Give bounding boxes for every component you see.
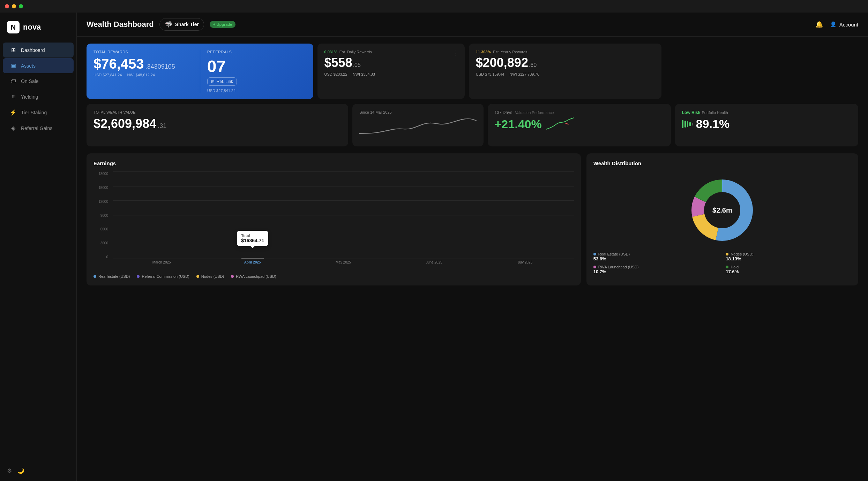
sidebar-item-tier-staking[interactable]: ⚡ Tier Staking: [3, 105, 74, 120]
daily-value-row: $558 .05: [324, 55, 458, 70]
rewards-section: Total Rewards $76,453 .34309105 USD $27,…: [93, 50, 200, 93]
x-label-april: April 2025: [210, 259, 294, 269]
upgrade-button[interactable]: + Upgrade: [210, 21, 235, 28]
performance-row: +21.40%: [495, 117, 664, 131]
dist-pct-re: 53.6%: [593, 256, 719, 261]
dashboard-icon: ⊞: [10, 47, 17, 53]
sidebar-item-on-sale[interactable]: 🏷 On Sale: [3, 74, 74, 89]
yearly-sub: USD $73,159.44 NWI $127,739.76: [476, 72, 654, 76]
dist-dot-rwa: [593, 266, 596, 268]
health-header: Low Risk Portfolio Health: [682, 110, 851, 115]
charts-row: Earnings: [87, 153, 858, 285]
mini-chart-svg: [359, 118, 476, 139]
tier-badge: 🦈 Shark Tier: [159, 18, 204, 31]
legend-label-ref: Referral Commission (USD): [142, 274, 189, 278]
topbar-right: 🔔 👤 Account: [815, 21, 858, 28]
daily-pct-label: Est. Daily Rewards: [339, 50, 372, 54]
sidebar-label-tier-staking: Tier Staking: [21, 110, 47, 115]
tooltip-value: $16864.71: [241, 238, 264, 243]
bar1: [682, 120, 683, 128]
sidebar-label-referral-gains: Referral Gains: [21, 125, 52, 131]
legend-label-re: Real Estate (USD): [98, 274, 130, 278]
dist-pct-hold: 17.6%: [726, 269, 851, 274]
legend-dot-nodes: [196, 275, 199, 278]
logo-icon: N: [7, 21, 20, 33]
maximize-dot[interactable]: [19, 4, 23, 8]
assets-icon: ▣: [10, 62, 17, 69]
yearly-sub-nwi: NWI $127,739.76: [509, 72, 539, 76]
sidebar-nav: ⊞ Dashboard ▣ Assets 🏷 On Sale ≋ Yieldin…: [0, 42, 76, 136]
sidebar-item-dashboard[interactable]: ⊞ Dashboard: [3, 43, 74, 58]
sidebar-label-dashboard: Dashboard: [21, 47, 45, 53]
wealth-label: Total Wealth Value: [93, 110, 341, 114]
sidebar-item-referral-gains[interactable]: ◈ Referral Gains: [3, 121, 74, 136]
wealth-row: Total Wealth Value $2,609,984 .31 Since …: [87, 104, 858, 146]
bar-chart-area: 0 3000 6000 9000 12000 15000 18000: [93, 172, 574, 269]
sidebar-label-on-sale: On Sale: [21, 78, 39, 84]
rewards-decimal: .34309105: [145, 63, 175, 70]
days-label: 137 Days: [495, 110, 512, 115]
legend-dot-rwa: [231, 275, 234, 278]
sidebar-bottom: ⚙ 🌙: [0, 460, 76, 481]
tooltip: Total $16864.71: [237, 231, 268, 246]
daily-pct: 0.031%: [324, 50, 337, 54]
referral-gains-icon: ◈: [10, 125, 17, 131]
earnings-title: Earnings: [93, 160, 574, 166]
account-button[interactable]: 👤 Account: [830, 21, 858, 28]
performance-value: +21.40%: [495, 117, 542, 131]
yearly-value-row: $200,892 .60: [476, 55, 654, 70]
tier-label: Shark Tier: [175, 22, 199, 27]
referrals-sub-usd: USD $27,841.24: [207, 89, 235, 93]
y-label-6000: 6000: [93, 227, 111, 231]
donut-area: $2.6m Real Estate (USD) 53.6%: [593, 172, 851, 278]
yearly-value: $200,892: [476, 55, 528, 70]
rewards-sub: USD $27,841.24 NWI $48,612.24: [93, 73, 200, 77]
distribution-title: Wealth Distribution: [593, 160, 851, 166]
sidebar: N nova ⊞ Dashboard ▣ Assets 🏷 On Sale ≋ …: [0, 13, 77, 481]
total-rewards-card: Total Rewards $76,453 .34309105 USD $27,…: [87, 44, 313, 99]
portfolio-health-label: Portfolio Health: [702, 110, 728, 115]
shark-icon: 🦈: [165, 21, 172, 28]
wealth-decimal: .31: [158, 122, 166, 130]
y-label-3000: 3000: [93, 241, 111, 245]
est-yearly-card: 11.303% Est. Yearly Rewards $200,892 .60…: [469, 44, 661, 99]
dist-label-re: Real Estate (USD): [598, 252, 630, 256]
daily-sub-usd: USD $203.22: [324, 72, 347, 76]
sidebar-label-yielding: Yielding: [21, 94, 38, 100]
portfolio-health-card: Low Risk Portfolio Health 89.1%: [675, 104, 858, 146]
card-menu-icon[interactable]: ⋮: [453, 49, 459, 57]
y-label-0: 0: [93, 255, 111, 259]
sidebar-item-assets[interactable]: ▣ Assets: [3, 58, 74, 73]
x-label-july: July 2025: [483, 259, 567, 269]
sidebar-item-yielding[interactable]: ≋ Yielding: [3, 89, 74, 104]
legend-rwa: RWA Launchpad (USD): [231, 274, 276, 278]
dist-dot-re: [593, 253, 596, 255]
stats-row: Total Rewards $76,453 .34309105 USD $27,…: [87, 44, 858, 99]
notification-bell-icon[interactable]: 🔔: [815, 21, 823, 28]
referrals-sub: USD $27,841.24: [207, 89, 306, 93]
dist-dot-hold: [726, 266, 728, 268]
rewards-value-row: $76,453 .34309105: [93, 57, 200, 71]
bar4: [689, 122, 691, 126]
yielding-icon: ≋: [10, 93, 17, 100]
since-chart-card: Since 14 Mar 2025: [352, 104, 483, 146]
ref-link-button[interactable]: ⊞ Ref. Link: [207, 77, 237, 86]
earnings-chart-card: Earnings: [87, 153, 581, 285]
daily-decimal: .05: [353, 62, 361, 68]
health-value: 89.1%: [696, 117, 729, 131]
settings-icon[interactable]: ⚙: [7, 467, 12, 474]
titlebar: [0, 0, 868, 13]
yearly-pct-label: Est. Yearly Rewards: [493, 50, 527, 54]
dist-item-rwa: RWA Launchpad (USD) 10.7%: [593, 265, 719, 274]
darkmode-icon[interactable]: 🌙: [17, 467, 24, 474]
dist-item-nodes: Nodes (USD) 18.13%: [726, 252, 851, 261]
y-label-15000: 15000: [93, 186, 111, 190]
main-content: Wealth Dashboard 🦈 Shark Tier + Upgrade …: [77, 13, 868, 481]
account-label: Account: [839, 22, 858, 28]
yearly-sub-usd: USD $73,159.44: [476, 72, 504, 76]
risk-label: Low Risk: [682, 110, 701, 115]
dist-item-hold: Hold 17.6%: [726, 265, 851, 274]
referrals-label: Referrals: [207, 50, 306, 54]
minimize-dot[interactable]: [12, 4, 16, 8]
close-dot[interactable]: [5, 4, 9, 8]
